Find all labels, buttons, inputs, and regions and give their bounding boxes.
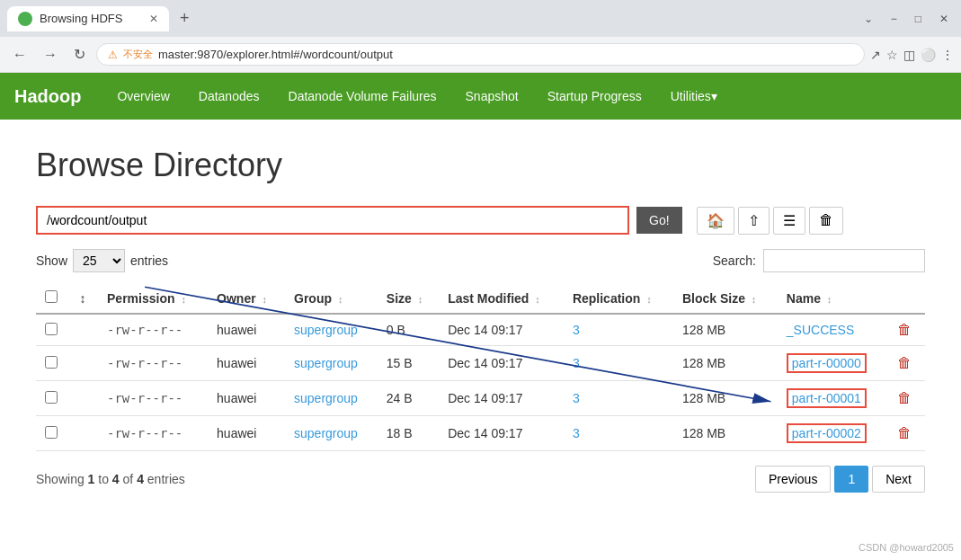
file-link[interactable]: part-r-00002	[792, 426, 861, 440]
list-icon-btn[interactable]: ☰	[773, 207, 805, 235]
select-all-checkbox[interactable]	[45, 290, 58, 303]
delete-icon[interactable]: 🗑	[897, 355, 912, 370]
row-checkbox[interactable]	[45, 391, 58, 404]
size-sort-icon: ↕	[418, 294, 423, 305]
nav-startup-progress[interactable]: Startup Progress	[533, 73, 656, 120]
browser-chrome: Browsing HDFS ✕ + ⌄ − □ ✕ ← → ↻ ⚠ 不安全 ↗ …	[0, 0, 961, 73]
table-footer: Showing 1 to 4 of 4 entries Previous 1 N…	[36, 466, 925, 493]
replication-link[interactable]: 3	[573, 391, 580, 405]
security-lock-icon: ⚠	[108, 49, 118, 61]
row-checkbox[interactable]	[45, 323, 58, 335]
file-link[interactable]: _SUCCESS	[787, 323, 854, 337]
page-1-button[interactable]: 1	[834, 466, 868, 493]
showing-text: Showing 1 to 4 of 4 entries	[36, 472, 185, 486]
page-title: Browse Directory	[36, 147, 925, 184]
col-header-name[interactable]: Name ↕	[778, 283, 888, 314]
main-content: Browse Directory Go! 🏠 ⇧ ☰ 🗑 Show 25 10 …	[0, 120, 961, 520]
col-header-group[interactable]: Group ↕	[285, 283, 378, 314]
row-delete-cell: 🗑	[888, 381, 925, 416]
row-size: 0 B	[378, 314, 439, 346]
replication-link[interactable]: 3	[573, 323, 580, 337]
entries-select[interactable]: 25 10 50 100	[73, 249, 125, 272]
home-icon-btn[interactable]: 🏠	[697, 207, 734, 235]
table-row: -rw-r--r-- huawei supergroup 15 B Dec 14…	[36, 346, 925, 381]
row-name: part-r-00000	[778, 346, 888, 381]
nav-overview[interactable]: Overview	[102, 73, 183, 120]
col-header-block-size[interactable]: Block Size ↕	[673, 283, 778, 314]
row-checkbox[interactable]	[45, 356, 58, 369]
row-size: 24 B	[378, 381, 439, 416]
previous-button[interactable]: Previous	[755, 466, 831, 493]
group-link[interactable]: supergroup	[294, 323, 358, 337]
share-icon[interactable]: ↗	[870, 48, 881, 62]
delete-icon[interactable]: 🗑	[897, 425, 912, 440]
tab-favicon	[18, 12, 32, 26]
address-bar-actions: ↗ ☆ ◫ ⚪ ⋮	[870, 48, 954, 62]
row-spacer	[70, 416, 98, 451]
row-checkbox-cell	[36, 381, 70, 416]
row-delete-cell: 🗑	[888, 416, 925, 451]
nav-snapshot[interactable]: Snapshot	[451, 73, 533, 120]
browser-panel-icon[interactable]: ◫	[903, 48, 915, 62]
forward-button[interactable]: →	[38, 43, 63, 67]
row-permission: -rw-r--r--	[98, 314, 208, 346]
col-header-owner[interactable]: Owner ↕	[208, 283, 285, 314]
nav-utilities[interactable]: Utilities	[656, 73, 732, 120]
table-row: -rw-r--r-- huawei supergroup 0 B Dec 14 …	[36, 314, 925, 346]
row-replication: 3	[564, 314, 673, 346]
col-header-permission[interactable]: Permission ↕	[98, 283, 208, 314]
path-input[interactable]	[36, 206, 629, 235]
row-replication: 3	[564, 346, 673, 381]
upload-icon-btn[interactable]: ⇧	[738, 207, 770, 235]
pagination: Previous 1 Next	[755, 466, 925, 493]
profile-icon[interactable]: ⚪	[921, 48, 936, 62]
back-button[interactable]: ←	[7, 43, 32, 67]
replication-link[interactable]: 3	[573, 356, 580, 370]
nav-datanode-volume-failures[interactable]: Datanode Volume Failures	[274, 73, 451, 120]
window-dropdown-btn[interactable]: ⌄	[859, 11, 878, 27]
go-button[interactable]: Go!	[636, 207, 682, 234]
row-permission: -rw-r--r--	[98, 381, 208, 416]
toolbar-icons: 🏠 ⇧ ☰ 🗑	[697, 207, 843, 235]
active-tab[interactable]: Browsing HDFS ✕	[7, 6, 169, 31]
row-spacer	[70, 346, 98, 381]
browser-nav-bar: ← → ↻ ⚠ 不安全 ↗ ☆ ◫ ⚪ ⋮	[0, 37, 961, 72]
file-link[interactable]: part-r-00000	[792, 356, 861, 370]
col-header-replication[interactable]: Replication ↕	[564, 283, 673, 314]
group-link[interactable]: supergroup	[294, 391, 358, 405]
trash-icon-btn[interactable]: 🗑	[809, 207, 843, 235]
minimize-button[interactable]: −	[885, 11, 903, 27]
table-header: ↕ Permission ↕ Owner ↕ Group ↕ Size ↕ La…	[36, 283, 925, 314]
row-block-size: 128 MB	[673, 346, 778, 381]
row-group: supergroup	[285, 381, 378, 416]
menu-icon[interactable]: ⋮	[941, 48, 954, 62]
file-link[interactable]: part-r-00001	[792, 391, 861, 405]
row-owner: huawei	[208, 381, 285, 416]
group-link[interactable]: supergroup	[294, 426, 358, 440]
col-header-sort[interactable]: ↕	[70, 283, 98, 314]
last-modified-sort-icon: ↕	[535, 294, 540, 305]
row-group: supergroup	[285, 346, 378, 381]
maximize-button[interactable]: □	[910, 11, 927, 27]
bookmark-icon[interactable]: ☆	[886, 48, 898, 62]
reload-button[interactable]: ↻	[68, 42, 91, 67]
search-input[interactable]	[763, 249, 925, 272]
delete-icon[interactable]: 🗑	[897, 322, 912, 337]
replication-link[interactable]: 3	[573, 426, 580, 440]
close-button[interactable]: ✕	[934, 11, 954, 27]
row-block-size: 128 MB	[673, 314, 778, 346]
tab-close-button[interactable]: ✕	[149, 13, 158, 25]
row-owner: huawei	[208, 346, 285, 381]
new-tab-button[interactable]: +	[173, 5, 197, 31]
delete-icon[interactable]: 🗑	[897, 390, 912, 405]
next-button[interactable]: Next	[872, 466, 925, 493]
nav-datanodes[interactable]: Datanodes	[184, 73, 274, 120]
col-header-last-modified[interactable]: Last Modified ↕	[439, 283, 564, 314]
row-name: part-r-00002	[778, 416, 888, 451]
row-checkbox[interactable]	[45, 426, 58, 439]
col-header-size[interactable]: Size ↕	[378, 283, 439, 314]
group-link[interactable]: supergroup	[294, 356, 358, 370]
address-bar-input[interactable]	[158, 48, 853, 61]
select-all-header	[36, 283, 70, 314]
row-checkbox-cell	[36, 314, 70, 346]
